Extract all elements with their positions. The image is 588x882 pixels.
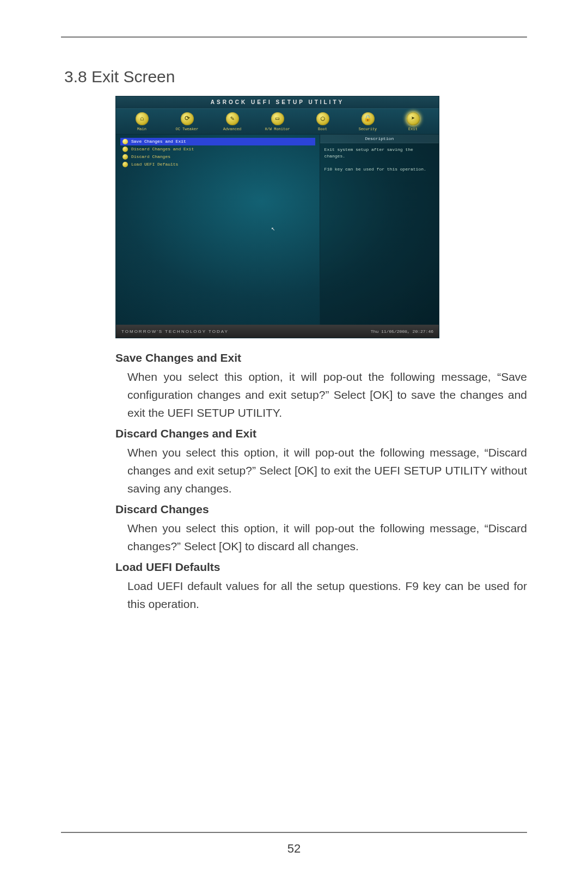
term-discard-changes-exit: Discard Changes and Exit: [115, 427, 527, 440]
uefi-body: Save Changes and Exit Discard Changes an…: [116, 135, 439, 325]
tab-hw-monitor[interactable]: ▭ H/W Monitor: [255, 111, 300, 134]
menu-item-label: Save Changes and Exit: [131, 138, 186, 145]
bullet-icon: [122, 139, 128, 144]
section-heading: 3.8 Exit Screen: [64, 68, 527, 86]
uefi-title-bar: ASROCK UEFI SETUP UTILITY: [116, 96, 439, 108]
footer-slogan: TOMORROW'S TECHNOLOGY TODAY: [121, 329, 229, 334]
term-discard-changes: Discard Changes: [115, 503, 527, 516]
bullet-icon: [122, 162, 128, 167]
monitor-icon: ▭: [271, 112, 284, 125]
bullet-icon: [122, 154, 128, 160]
menu-item-discard[interactable]: Discard Changes: [120, 153, 315, 161]
definitions: Save Changes and Exit When you select th…: [115, 351, 527, 613]
term-save-changes-exit: Save Changes and Exit: [115, 351, 527, 364]
page: 3.8 Exit Screen ASROCK UEFI SETUP UTILIT…: [0, 0, 588, 882]
bullet-icon: [122, 147, 128, 152]
description-header: Description: [320, 135, 439, 143]
exit-icon: ➤: [407, 112, 420, 125]
tab-label: H/W Monitor: [265, 127, 290, 131]
home-icon: ⌂: [136, 112, 149, 125]
description-line: Exit system setup after saving the chang…: [324, 147, 434, 160]
tab-label: Main: [137, 127, 146, 131]
uefi-description-panel: Description Exit system setup after savi…: [320, 135, 439, 325]
tab-main[interactable]: ⌂ Main: [119, 111, 164, 134]
tab-label: Security: [359, 127, 377, 131]
tab-label: Boot: [318, 127, 327, 131]
tab-oc-tweaker[interactable]: ⟳ OC Tweaker: [164, 111, 210, 134]
para: When you select this option, it will pop…: [127, 519, 527, 555]
tab-label: Advanced: [223, 127, 242, 131]
lock-icon: 🔒: [362, 112, 375, 125]
rule-top: [61, 37, 527, 38]
rule-bottom: [61, 832, 527, 833]
tweaker-icon: ⟳: [181, 112, 194, 125]
boot-icon: ◯: [316, 112, 329, 125]
menu-item-label: Discard Changes and Exit: [131, 145, 194, 153]
menu-item-load-defaults[interactable]: Load UEFI Defaults: [120, 161, 315, 168]
tab-boot[interactable]: ◯ Boot: [300, 111, 345, 134]
tab-label: Exit: [408, 127, 418, 131]
uefi-screenshot: ASROCK UEFI SETUP UTILITY ⌂ Main ⟳ OC Tw…: [115, 96, 439, 338]
para: Load UEFI default values for all the set…: [127, 577, 527, 613]
menu-item-label: Load UEFI Defaults: [131, 161, 178, 168]
description-line: F10 key can be used for this operation.: [324, 166, 434, 173]
tab-label: OC Tweaker: [175, 127, 198, 131]
uefi-footer: TOMORROW'S TECHNOLOGY TODAY Thu 11/05/20…: [116, 325, 439, 338]
tab-exit[interactable]: ➤ Exit: [390, 111, 436, 134]
advanced-icon: ✎: [226, 112, 239, 125]
footer-timestamp: Thu 11/05/2008, 20:27:46: [371, 329, 433, 334]
description-body: Exit system setup after saving the chang…: [320, 143, 439, 183]
menu-item-label: Discard Changes: [131, 153, 170, 161]
uefi-tab-bar: ⌂ Main ⟳ OC Tweaker ✎ Advanced ▭ H/W Mon…: [116, 108, 439, 135]
menu-item-save-exit[interactable]: Save Changes and Exit: [120, 138, 315, 145]
uefi-menu: Save Changes and Exit Discard Changes an…: [116, 135, 320, 325]
para: When you select this option, it will pop…: [127, 443, 527, 497]
para: When you select this option, it will pop…: [127, 368, 527, 422]
tab-security[interactable]: 🔒 Security: [345, 111, 390, 134]
page-number: 52: [0, 842, 588, 856]
tab-advanced[interactable]: ✎ Advanced: [210, 111, 255, 134]
menu-item-discard-exit[interactable]: Discard Changes and Exit: [120, 145, 315, 153]
term-load-uefi-defaults: Load UEFI Defaults: [115, 561, 527, 574]
